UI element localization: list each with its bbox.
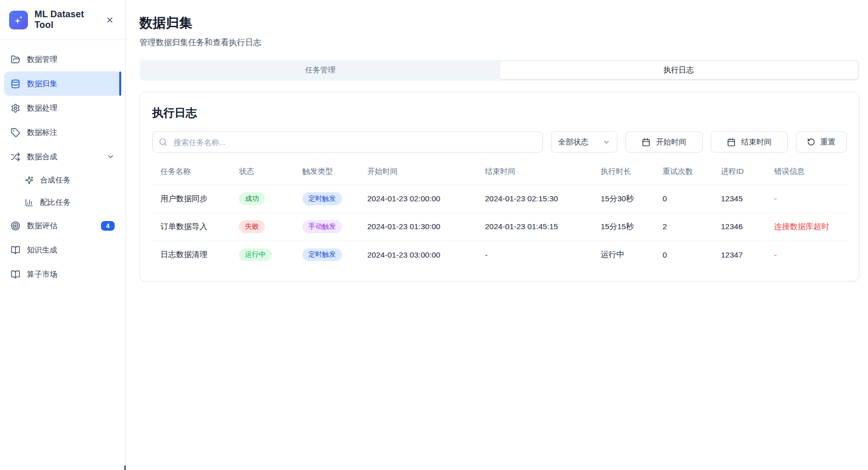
col-header-error-info: 错误信息	[766, 167, 847, 176]
cell-start-time: 2024-01-23 01:30:00	[359, 222, 477, 231]
sidebar-subitem-ratio-task[interactable]: 配比任务	[4, 191, 121, 213]
tab-bar: 任务管理 执行日志	[140, 60, 859, 81]
page-title: 数据归集	[140, 14, 859, 32]
table-row[interactable]: 用户数据同步 成功 定时触发 2024-01-23 02:00:00 2024-…	[152, 185, 847, 213]
col-header-trigger-type: 触发类型	[294, 167, 359, 176]
trigger-badge: 手动触发	[302, 220, 342, 233]
table-header-row: 任务名称 状态 触发类型 开始时间 结束时间 执行时长 重试次数 进程ID 错误…	[152, 159, 847, 185]
end-time-label: 结束时间	[741, 137, 772, 147]
table-row[interactable]: 日志数据清理 运行中 定时触发 2024-01-23 03:00:00 - 运行…	[152, 241, 847, 269]
sidebar-item-label: 数据处理	[27, 103, 57, 113]
calendar-icon	[727, 138, 736, 147]
cell-duration: 15分30秒	[593, 194, 654, 204]
chevron-down-icon	[603, 138, 610, 146]
sidebar-item-label: 数据合成	[27, 152, 57, 162]
sidebar-item-data-labeling[interactable]: 数据标注	[4, 120, 121, 144]
start-time-label: 开始时间	[656, 137, 686, 147]
start-time-button[interactable]: 开始时间	[626, 131, 703, 153]
sidebar-item-label: 配比任务	[40, 198, 71, 207]
gear-icon	[11, 103, 20, 113]
database-icon	[11, 79, 20, 89]
trigger-badge: 定时触发	[302, 192, 342, 205]
cell-retries: 2	[654, 222, 713, 231]
sidebar-item-data-evaluation[interactable]: 数据评估 4	[4, 213, 121, 238]
sidebar-header: ML Dataset Tool	[0, 0, 125, 40]
sidebar-item-operator-market[interactable]: 算子市场	[4, 262, 121, 286]
cell-task-name: 用户数据同步	[152, 194, 231, 204]
cell-task-name: 订单数据导入	[152, 222, 231, 232]
col-header-duration: 执行时长	[593, 167, 654, 176]
page-subtitle: 管理数据归集任务和查看执行日志	[140, 38, 859, 48]
tab-task-management[interactable]: 任务管理	[141, 61, 500, 79]
book-open-icon	[11, 270, 20, 279]
cell-retries: 0	[654, 194, 713, 203]
sidebar-item-data-management[interactable]: 数据管理	[4, 47, 121, 71]
search-input[interactable]	[152, 131, 543, 153]
sidebar-item-data-collection[interactable]: 数据归集	[4, 71, 121, 96]
filter-toolbar: 全部状态 开始时间 结束时间	[152, 131, 847, 153]
cell-duration: 15分15秒	[593, 222, 654, 232]
col-header-end-time: 结束时间	[477, 167, 593, 176]
col-header-start-time: 开始时间	[359, 167, 477, 176]
sidebar-item-label: 知识生成	[27, 245, 57, 255]
sidebar-item-label: 数据归集	[27, 79, 57, 89]
trigger-badge: 定时触发	[302, 248, 342, 261]
cell-duration: 运行中	[593, 249, 654, 260]
reset-button[interactable]: 重置	[796, 131, 847, 153]
tab-execution-logs[interactable]: 执行日志	[500, 61, 858, 79]
panel-title: 执行日志	[152, 105, 847, 121]
status-filter-value: 全部状态	[558, 137, 588, 147]
cell-error-info: -	[766, 194, 847, 203]
sidebar-item-knowledge-generation[interactable]: 知识生成	[4, 238, 121, 262]
reset-rotate-icon	[807, 138, 815, 146]
sidebar-item-label: 算子市场	[27, 270, 57, 279]
cell-end-time: 2024-01-23 02:15:30	[477, 194, 593, 203]
status-filter-select[interactable]: 全部状态	[551, 131, 617, 153]
status-badge: 成功	[239, 192, 265, 205]
sidebar-item-label: 数据标注	[27, 128, 57, 137]
sidebar-item-label: 数据管理	[27, 55, 57, 64]
bar-chart-icon	[25, 198, 33, 207]
sidebar-subitem-synthesis-task[interactable]: 合成任务	[4, 169, 121, 191]
cell-start-time: 2024-01-23 02:00:00	[359, 194, 477, 203]
chevron-down-icon	[107, 153, 115, 161]
cell-start-time: 2024-01-23 03:00:00	[359, 250, 477, 260]
tag-icon	[11, 128, 20, 137]
app-title: ML Dataset Tool	[34, 9, 97, 30]
col-header-status: 状态	[231, 167, 294, 176]
cell-end-time: 2024-01-23 01:45:15	[477, 222, 593, 231]
search-field-wrap	[152, 131, 543, 153]
target-icon	[11, 221, 20, 231]
shuffle-icon	[11, 152, 20, 162]
logs-table: 任务名称 状态 触发类型 开始时间 结束时间 执行时长 重试次数 进程ID 错误…	[152, 159, 847, 269]
execution-logs-panel: 执行日志 全部状态 开始时间	[140, 92, 859, 281]
sidebar-scrollbar-thumb[interactable]	[124, 465, 126, 470]
app-logo-sparkle-icon	[9, 11, 28, 29]
status-badge: 失败	[239, 220, 265, 233]
cell-process-id: 12346	[713, 222, 766, 231]
cell-process-id: 12347	[713, 250, 766, 260]
cell-error-info: -	[766, 250, 847, 260]
status-badge: 运行中	[239, 248, 272, 261]
sidebar-item-data-processing[interactable]: 数据处理	[4, 96, 121, 120]
cell-process-id: 12345	[713, 194, 766, 203]
sidebar-close-button[interactable]	[103, 14, 116, 26]
cell-error-info: 连接数据库超时	[766, 222, 847, 232]
col-header-process-id: 进程ID	[713, 167, 766, 176]
cell-task-name: 日志数据清理	[152, 249, 231, 260]
book-open-icon	[11, 245, 20, 255]
end-time-button[interactable]: 结束时间	[711, 131, 788, 153]
folder-open-icon	[11, 55, 20, 64]
sidebar-item-label: 合成任务	[40, 175, 71, 185]
table-row[interactable]: 订单数据导入 失败 手动触发 2024-01-23 01:30:00 2024-…	[152, 213, 847, 241]
evaluation-count-badge: 4	[101, 221, 115, 231]
cell-end-time: -	[477, 250, 593, 260]
calendar-icon	[642, 138, 650, 147]
active-item-accent-bar	[119, 71, 121, 96]
sidebar: ML Dataset Tool 数据管理 数据归集 数据处理	[0, 0, 126, 470]
col-header-task-name: 任务名称	[152, 167, 231, 176]
cell-retries: 0	[654, 250, 713, 260]
sidebar-item-data-synthesis[interactable]: 数据合成	[4, 144, 121, 169]
sidebar-item-label: 数据评估	[27, 221, 57, 231]
sidebar-nav: 数据管理 数据归集 数据处理 数据标注 数据合成	[0, 40, 125, 294]
